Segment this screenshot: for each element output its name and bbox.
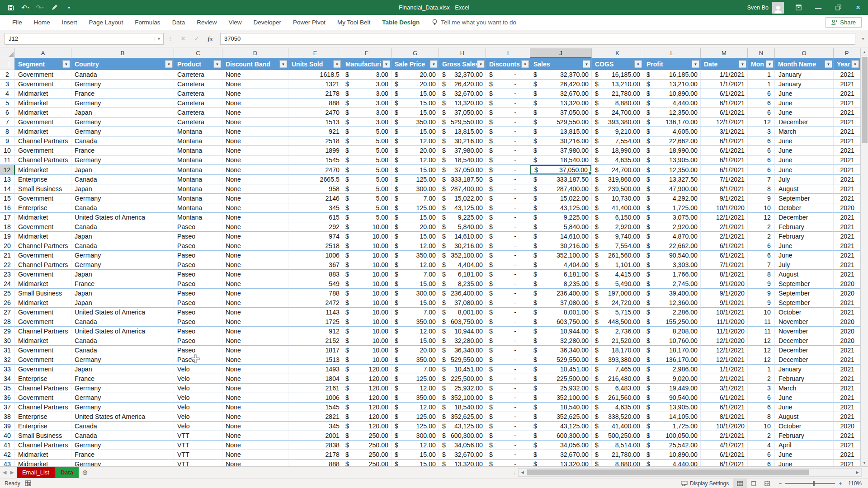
cell-F40[interactable]: $250.00 xyxy=(342,431,392,441)
cell-G25[interactable]: $300.00 xyxy=(392,289,439,298)
cell-C33[interactable]: Velo xyxy=(174,365,222,374)
table-header-mon[interactable]: Mon▼ xyxy=(748,58,775,70)
cell-F28[interactable]: $10.00 xyxy=(342,317,392,327)
cell-N7[interactable]: 12 xyxy=(748,117,775,127)
cell-L9[interactable]: $22,662.00 xyxy=(643,136,701,146)
cell-F18[interactable]: $10.00 xyxy=(342,222,392,232)
cell-B4[interactable]: France xyxy=(71,89,174,99)
vertical-scroll-thumb[interactable] xyxy=(862,57,868,143)
cell-L5[interactable]: $4,440.00 xyxy=(643,99,701,108)
cell-C29[interactable]: Paseo xyxy=(174,327,222,336)
cell-K6[interactable]: $24,700.00 xyxy=(592,108,643,117)
cell-A32[interactable]: Government xyxy=(15,355,71,365)
cell-B2[interactable]: Canada xyxy=(71,70,174,80)
formula-bar-expand-icon[interactable]: ▾ xyxy=(858,36,868,41)
cell-G2[interactable]: $20.00 xyxy=(392,70,439,80)
cell-E26[interactable]: 2472 xyxy=(288,298,342,308)
cell-L2[interactable]: $16,185.00 xyxy=(643,70,701,80)
row-number-6[interactable]: 6 xyxy=(0,108,15,117)
cell-D19[interactable]: None xyxy=(222,232,288,241)
row-number-38[interactable]: 38 xyxy=(0,412,15,422)
cell-J30[interactable]: $32,280.00 xyxy=(530,336,592,346)
cell-P20[interactable]: 2021 xyxy=(834,241,860,251)
cell-N42[interactable]: 6 xyxy=(748,450,775,460)
row-number-31[interactable]: 31 xyxy=(0,346,15,355)
cell-K2[interactable]: $16,185.00 xyxy=(592,70,643,80)
cell-H4[interactable]: $32,670.00 xyxy=(439,89,486,99)
cell-J40[interactable]: $600,300.00 xyxy=(530,431,592,441)
row-number-8[interactable]: 8 xyxy=(0,127,15,136)
cell-J32[interactable]: $529,550.00 xyxy=(530,355,592,365)
cell-F21[interactable]: $10.00 xyxy=(342,251,392,260)
cell-D34[interactable]: None xyxy=(222,374,288,384)
scroll-down-icon[interactable]: ▼ xyxy=(861,459,868,466)
cell-L12[interactable]: $12,350.00 xyxy=(643,165,701,175)
cell-D26[interactable]: None xyxy=(222,298,288,308)
cell-D11[interactable]: None xyxy=(222,155,288,165)
cell-J39[interactable]: $43,125.00 xyxy=(530,422,592,431)
insert-function-icon[interactable]: fx xyxy=(204,33,217,45)
cell-P27[interactable]: 2021 xyxy=(834,308,860,317)
cell-K10[interactable]: $18,990.00 xyxy=(592,146,643,155)
cell-F35[interactable]: $120.00 xyxy=(342,384,392,393)
cell-O21[interactable]: June xyxy=(775,251,834,260)
cell-E9[interactable]: 2518 xyxy=(288,136,342,146)
cell-H39[interactable]: $43,125.00 xyxy=(439,422,486,431)
cell-I42[interactable]: $- xyxy=(486,450,530,460)
filter-dropdown-icon[interactable]: ▼ xyxy=(634,61,642,68)
column-header-N[interactable]: N xyxy=(748,48,775,58)
cell-E12[interactable]: 2470 xyxy=(288,165,342,175)
cell-K28[interactable]: $448,500.00 xyxy=(592,317,643,327)
cell-B41[interactable]: Germany xyxy=(71,441,174,450)
row-number-28[interactable]: 28 xyxy=(0,317,15,327)
cell-F42[interactable]: $250.00 xyxy=(342,450,392,460)
cell-M26[interactable]: 9/1/2021 xyxy=(701,298,748,308)
cell-D6[interactable]: None xyxy=(222,108,288,117)
cell-D20[interactable]: None xyxy=(222,241,288,251)
cell-B17[interactable]: United States of America xyxy=(71,213,174,222)
zoom-in-button[interactable]: + xyxy=(839,480,842,487)
cell-B42[interactable]: France xyxy=(71,450,174,460)
cell-N31[interactable]: 12 xyxy=(748,346,775,355)
cell-F30[interactable]: $10.00 xyxy=(342,336,392,346)
normal-view-button[interactable] xyxy=(733,479,747,488)
cell-A30[interactable]: Midmarket xyxy=(15,336,71,346)
column-header-A[interactable]: A xyxy=(15,48,71,58)
cell-G38[interactable]: $125.00 xyxy=(392,412,439,422)
ribbon-tab-developer[interactable]: Developer xyxy=(247,15,287,30)
cell-L39[interactable]: $1,725.00 xyxy=(643,422,701,431)
cell-M39[interactable]: 10/1/2020 xyxy=(701,422,748,431)
row-number-39[interactable]: 39 xyxy=(0,422,15,431)
table-header-sales[interactable]: Sales▼ xyxy=(530,58,592,70)
cell-D23[interactable]: None xyxy=(222,270,288,279)
filter-dropdown-icon[interactable]: ▼ xyxy=(583,61,590,68)
cell-M15[interactable]: 9/1/2021 xyxy=(701,194,748,203)
cell-H27[interactable]: $8,001.00 xyxy=(439,308,486,317)
row-number-37[interactable]: 37 xyxy=(0,403,15,412)
cell-P12[interactable]: 2021 xyxy=(834,165,860,175)
cell-N14[interactable]: 8 xyxy=(748,184,775,194)
row-number-35[interactable]: 35 xyxy=(0,384,15,393)
cell-K33[interactable]: $7,465.00 xyxy=(592,365,643,374)
cell-B3[interactable]: Germany xyxy=(71,80,174,89)
cell-B40[interactable]: Canada xyxy=(71,431,174,441)
cell-A12[interactable]: Midmarket xyxy=(15,165,71,175)
row-number-27[interactable]: 27 xyxy=(0,308,15,317)
cell-O36[interactable]: June xyxy=(775,393,834,403)
cell-G24[interactable]: $15.00 xyxy=(392,279,439,289)
row-number-16[interactable]: 16 xyxy=(0,203,15,213)
cell-A5[interactable]: Midmarket xyxy=(15,99,71,108)
cell-N3[interactable]: 1 xyxy=(748,80,775,89)
cell-P38[interactable]: 2021 xyxy=(834,412,860,422)
cell-H20[interactable]: $30,216.00 xyxy=(439,241,486,251)
row-number-3[interactable]: 3 xyxy=(0,80,15,89)
sheet-nav-left-icon[interactable]: ◀ xyxy=(3,469,6,475)
cell-O33[interactable]: January xyxy=(775,365,834,374)
cell-F25[interactable]: $10.00 xyxy=(342,289,392,298)
cell-L14[interactable]: $47,900.00 xyxy=(643,184,701,194)
cell-H5[interactable]: $13,320.00 xyxy=(439,99,486,108)
cell-D18[interactable]: None xyxy=(222,222,288,232)
cell-A10[interactable]: Government xyxy=(15,146,71,155)
cell-M4[interactable]: 6/1/2021 xyxy=(701,89,748,99)
cell-D14[interactable]: None xyxy=(222,184,288,194)
